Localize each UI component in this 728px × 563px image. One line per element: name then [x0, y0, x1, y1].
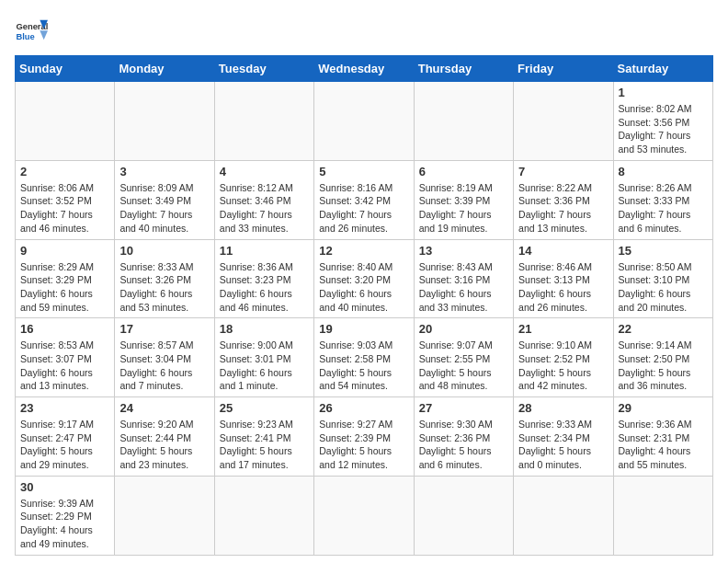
calendar-week-row: 16Sunrise: 8:53 AM Sunset: 3:07 PM Dayli… [16, 318, 713, 397]
day-number: 8 [619, 165, 708, 178]
day-info: Sunrise: 9:27 AM Sunset: 2:39 PM Dayligh… [319, 418, 408, 472]
day-number: 16 [20, 322, 109, 336]
day-number: 3 [119, 165, 209, 178]
calendar-cell: 20Sunrise: 9:07 AM Sunset: 2:55 PM Dayli… [414, 318, 513, 397]
calendar-cell: 30Sunrise: 9:39 AM Sunset: 2:29 PM Dayli… [16, 476, 115, 555]
day-number: 5 [319, 165, 408, 178]
day-info: Sunrise: 8:33 AM Sunset: 3:26 PM Dayligh… [119, 260, 209, 315]
calendar-cell: 4Sunrise: 8:12 AM Sunset: 3:46 PM Daylig… [214, 160, 313, 239]
day-number: 4 [220, 165, 309, 178]
day-info: Sunrise: 9:20 AM Sunset: 2:44 PM Dayligh… [119, 418, 209, 472]
day-info: Sunrise: 8:22 AM Sunset: 3:36 PM Dayligh… [518, 181, 608, 236]
day-info: Sunrise: 8:02 AM Sunset: 3:56 PM Dayligh… [619, 102, 708, 156]
day-number: 20 [419, 322, 508, 336]
calendar-cell: 2Sunrise: 8:06 AM Sunset: 3:52 PM Daylig… [16, 160, 115, 239]
day-info: Sunrise: 8:53 AM Sunset: 3:07 PM Dayligh… [20, 339, 109, 393]
calendar-week-row: 9Sunrise: 8:29 AM Sunset: 3:29 PM Daylig… [16, 239, 713, 318]
calendar-cell: 26Sunrise: 9:27 AM Sunset: 2:39 PM Dayli… [314, 397, 414, 477]
calendar-cell [314, 476, 414, 555]
day-info: Sunrise: 9:00 AM Sunset: 3:01 PM Dayligh… [220, 339, 309, 393]
calendar-cell: 29Sunrise: 9:36 AM Sunset: 2:31 PM Dayli… [613, 397, 712, 477]
day-info: Sunrise: 9:17 AM Sunset: 2:47 PM Dayligh… [20, 418, 109, 472]
calendar-cell: 24Sunrise: 9:20 AM Sunset: 2:44 PM Dayli… [115, 397, 214, 477]
day-number: 30 [20, 480, 109, 494]
calendar-cell: 12Sunrise: 8:40 AM Sunset: 3:20 PM Dayli… [314, 239, 414, 318]
day-number: 12 [319, 244, 408, 258]
day-number: 21 [518, 322, 608, 336]
calendar-cell [613, 476, 712, 555]
day-info: Sunrise: 8:06 AM Sunset: 3:52 PM Dayligh… [20, 181, 109, 236]
calendar-cell: 8Sunrise: 8:26 AM Sunset: 3:33 PM Daylig… [613, 160, 712, 239]
calendar-cell [414, 476, 513, 555]
calendar-week-row: 1Sunrise: 8:02 AM Sunset: 3:56 PM Daylig… [16, 82, 713, 161]
page-header: General Blue [15, 15, 713, 48]
calendar-cell [314, 82, 414, 161]
day-info: Sunrise: 8:29 AM Sunset: 3:29 PM Dayligh… [20, 260, 109, 315]
calendar-cell: 19Sunrise: 9:03 AM Sunset: 2:58 PM Dayli… [314, 318, 414, 397]
calendar-cell: 25Sunrise: 9:23 AM Sunset: 2:41 PM Dayli… [214, 397, 313, 477]
day-header-thursday: Thursday [414, 56, 513, 82]
day-info: Sunrise: 8:16 AM Sunset: 3:42 PM Dayligh… [319, 181, 408, 236]
day-info: Sunrise: 9:33 AM Sunset: 2:34 PM Dayligh… [518, 418, 608, 472]
day-header-monday: Monday [115, 56, 214, 82]
day-number: 29 [619, 401, 708, 415]
svg-text:Blue: Blue [16, 32, 34, 41]
calendar-cell [115, 82, 214, 161]
day-number: 6 [419, 165, 508, 178]
day-number: 26 [319, 401, 408, 415]
calendar-cell [414, 82, 513, 161]
day-number: 22 [619, 322, 708, 336]
calendar-cell: 11Sunrise: 8:36 AM Sunset: 3:23 PM Dayli… [214, 239, 313, 318]
calendar-cell [16, 82, 115, 161]
calendar-cell: 18Sunrise: 9:00 AM Sunset: 3:01 PM Dayli… [214, 318, 313, 397]
day-info: Sunrise: 8:46 AM Sunset: 3:13 PM Dayligh… [518, 260, 608, 315]
day-info: Sunrise: 8:50 AM Sunset: 3:10 PM Dayligh… [619, 260, 708, 315]
calendar-cell [514, 82, 613, 161]
svg-marker-3 [40, 30, 48, 40]
day-info: Sunrise: 9:07 AM Sunset: 2:55 PM Dayligh… [419, 339, 508, 393]
day-number: 2 [20, 165, 109, 178]
day-number: 25 [220, 401, 309, 415]
day-number: 19 [319, 322, 408, 336]
day-info: Sunrise: 8:19 AM Sunset: 3:39 PM Dayligh… [419, 181, 508, 236]
day-number: 10 [119, 244, 209, 258]
calendar-cell: 28Sunrise: 9:33 AM Sunset: 2:34 PM Dayli… [514, 397, 613, 477]
day-header-sunday: Sunday [16, 56, 115, 82]
calendar-header-row: SundayMondayTuesdayWednesdayThursdayFrid… [16, 56, 713, 82]
calendar-cell: 27Sunrise: 9:30 AM Sunset: 2:36 PM Dayli… [414, 397, 513, 477]
day-header-tuesday: Tuesday [214, 56, 313, 82]
day-info: Sunrise: 8:57 AM Sunset: 3:04 PM Dayligh… [119, 339, 209, 393]
calendar-cell [214, 476, 313, 555]
calendar-cell: 16Sunrise: 8:53 AM Sunset: 3:07 PM Dayli… [16, 318, 115, 397]
day-header-saturday: Saturday [613, 56, 712, 82]
calendar-cell: 1Sunrise: 8:02 AM Sunset: 3:56 PM Daylig… [613, 82, 712, 161]
day-number: 18 [220, 322, 309, 336]
calendar-cell: 10Sunrise: 8:33 AM Sunset: 3:26 PM Dayli… [115, 239, 214, 318]
day-info: Sunrise: 9:36 AM Sunset: 2:31 PM Dayligh… [619, 418, 708, 472]
calendar-cell: 6Sunrise: 8:19 AM Sunset: 3:39 PM Daylig… [414, 160, 513, 239]
calendar-cell: 5Sunrise: 8:16 AM Sunset: 3:42 PM Daylig… [314, 160, 414, 239]
day-info: Sunrise: 9:14 AM Sunset: 2:50 PM Dayligh… [619, 339, 708, 393]
day-info: Sunrise: 8:36 AM Sunset: 3:23 PM Dayligh… [220, 260, 309, 315]
day-number: 14 [518, 244, 608, 258]
day-number: 11 [220, 244, 309, 258]
day-number: 24 [119, 401, 209, 415]
calendar-cell: 3Sunrise: 8:09 AM Sunset: 3:49 PM Daylig… [115, 160, 214, 239]
calendar-table: SundayMondayTuesdayWednesdayThursdayFrid… [15, 55, 713, 556]
day-info: Sunrise: 9:23 AM Sunset: 2:41 PM Dayligh… [220, 418, 309, 472]
day-number: 13 [419, 244, 508, 258]
calendar-cell: 21Sunrise: 9:10 AM Sunset: 2:52 PM Dayli… [514, 318, 613, 397]
calendar-cell: 17Sunrise: 8:57 AM Sunset: 3:04 PM Dayli… [115, 318, 214, 397]
calendar-week-row: 2Sunrise: 8:06 AM Sunset: 3:52 PM Daylig… [16, 160, 713, 239]
calendar-cell [115, 476, 214, 555]
calendar-cell: 13Sunrise: 8:43 AM Sunset: 3:16 PM Dayli… [414, 239, 513, 318]
day-number: 17 [119, 322, 209, 336]
day-info: Sunrise: 9:10 AM Sunset: 2:52 PM Dayligh… [518, 339, 608, 393]
day-info: Sunrise: 8:43 AM Sunset: 3:16 PM Dayligh… [419, 260, 508, 315]
calendar-cell: 9Sunrise: 8:29 AM Sunset: 3:29 PM Daylig… [16, 239, 115, 318]
calendar-cell [514, 476, 613, 555]
calendar-cell: 22Sunrise: 9:14 AM Sunset: 2:50 PM Dayli… [613, 318, 712, 397]
day-info: Sunrise: 8:40 AM Sunset: 3:20 PM Dayligh… [319, 260, 408, 315]
calendar-week-row: 23Sunrise: 9:17 AM Sunset: 2:47 PM Dayli… [16, 397, 713, 477]
day-info: Sunrise: 9:39 AM Sunset: 2:29 PM Dayligh… [20, 497, 109, 551]
